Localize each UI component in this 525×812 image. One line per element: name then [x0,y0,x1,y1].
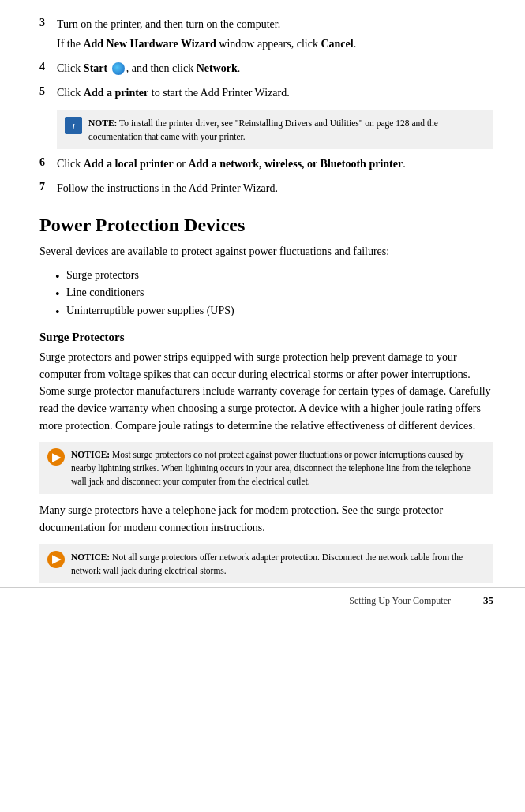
step-3: 3 Turn on the printer, and then turn on … [39,16,493,55]
note-box: i NOTE: To install the printer driver, s… [57,110,493,149]
footer-label: Setting Up Your Computer [349,595,451,607]
bullet-item-3: Uninterruptible power supplies (UPS) [55,302,493,320]
section-title: Power Protection Devices [39,214,493,237]
step-6-number: 6 [39,155,57,169]
notice-label-1: NOTICE: [71,450,110,459]
bullet-item-2: Line conditioners [55,284,493,301]
notice-body-1: Most surge protectors do not protect aga… [71,450,471,485]
section-intro: Several devices are available to protect… [39,243,493,260]
step-7-number: 7 [39,180,57,193]
notice-icon-1: ▶ [47,448,65,466]
note-label: NOTE: [88,118,117,128]
notice-text-2: NOTICE: Not all surge protectors offer n… [71,551,486,577]
step-6: 6 Click Add a local printer or Add a net… [39,155,493,175]
step-3-line2: If the Add New Hardware Wizard window ap… [57,36,493,52]
step-5-number: 5 [39,84,57,98]
notice-icon-2: ▶ [47,551,65,568]
step-6-content: Click Add a local printer or Add a netwo… [57,155,493,175]
modem-text: Many surge protectors have a telephone j… [39,502,493,536]
footer-inner: Setting Up Your Computer 35 [349,594,493,607]
note-icon: i [65,117,82,134]
step-7: 7 Follow the instructions in the Add Pri… [39,180,493,200]
step-6-line1: Click Add a local printer or Add a netwo… [57,155,493,172]
footer-separator [459,595,459,606]
footer-page-number: 35 [483,594,493,607]
notice-text-1: NOTICE: Most surge protectors do not pro… [71,448,486,488]
notice-body-2: Not all surge protectors offer network a… [71,552,463,575]
subsection-body: Surge protectors and power strips equipp… [39,349,493,434]
notice-label-2: NOTICE: [71,552,110,562]
bullet-item-1: Surge protectors [55,267,493,284]
subsection-title: Surge Protectors [39,331,493,344]
step-4-line1: Click Start , and then click Network. [57,60,493,77]
page-content: 3 Turn on the printer, and then turn on … [0,0,525,623]
step-3-number: 3 [39,16,57,29]
bullet-list: Surge protectors Line conditioners Unint… [55,267,493,320]
step-7-line1: Follow the instructions in the Add Print… [57,180,493,196]
note-body: To install the printer driver, see "Rein… [88,118,438,141]
step-4-content: Click Start , and then click Network. [57,60,493,80]
notice-box-1: ▶ NOTICE: Most surge protectors do not p… [39,442,493,494]
step-5-line1: Click Add a printer to start the Add Pri… [57,84,493,101]
note-text: NOTE: To install the printer driver, see… [88,117,486,143]
step-5: 5 Click Add a printer to start the Add P… [39,84,493,104]
notice-box-2: ▶ NOTICE: Not all surge protectors offer… [39,544,493,583]
step-4-number: 4 [39,60,57,73]
step-4: 4 Click Start , and then click Network. [39,60,493,80]
step-3-line1: Turn on the printer, and then turn on th… [57,16,493,32]
start-icon [112,62,125,75]
footer: Setting Up Your Computer 35 [0,587,525,607]
step-7-content: Follow the instructions in the Add Print… [57,180,493,200]
step-5-content: Click Add a printer to start the Add Pri… [57,84,493,104]
step-3-content: Turn on the printer, and then turn on th… [57,16,493,55]
